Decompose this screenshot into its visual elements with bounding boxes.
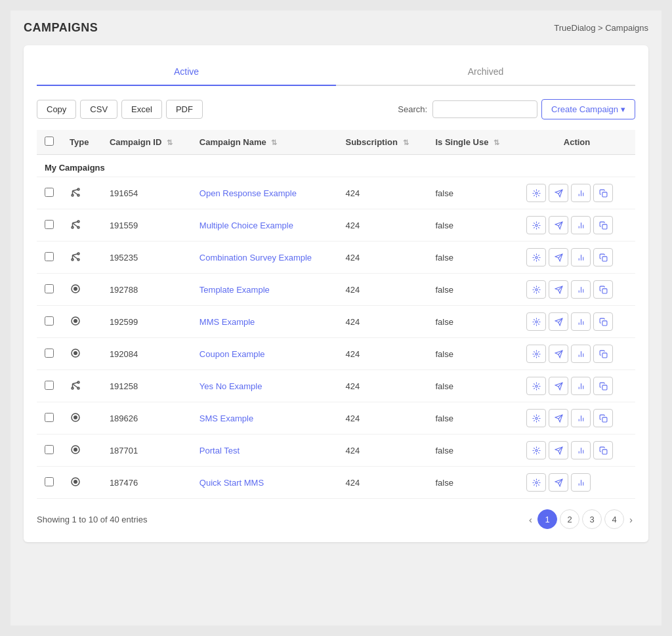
create-campaign-button[interactable]: Create Campaign ▾ (541, 99, 635, 119)
edit-button[interactable] (526, 441, 546, 459)
copy-row-button[interactable] (593, 280, 613, 299)
row-checkbox[interactable] (45, 188, 54, 197)
tab-archived[interactable]: Archived (336, 58, 635, 85)
row-checkbox-cell (37, 370, 62, 402)
copy-row-button[interactable] (593, 409, 613, 427)
campaign-name-link[interactable]: Portal Test (200, 446, 240, 456)
copy-row-button[interactable] (593, 184, 613, 202)
page-4-button[interactable]: 4 (604, 509, 624, 529)
pdf-button[interactable]: PDF (166, 100, 203, 119)
type-icon (70, 186, 81, 198)
campaign-name-link[interactable]: Yes No Example (200, 381, 262, 391)
campaign-name-link[interactable]: Multiple Choice Example (200, 221, 293, 230)
row-name-cell: Yes No Example (192, 370, 338, 402)
breadcrumb: TrueDialog > Campaigns (554, 23, 648, 33)
chart-button[interactable] (571, 248, 591, 266)
copy-row-button[interactable] (593, 216, 613, 234)
campaign-name-link[interactable]: Combination Survey Example (200, 253, 312, 263)
csv-button[interactable]: CSV (80, 100, 117, 119)
svg-rect-38 (602, 256, 606, 261)
chart-button[interactable] (571, 312, 591, 331)
campaign-name-link[interactable]: Open Response Example (200, 188, 297, 198)
page-2-button[interactable]: 2 (560, 509, 579, 529)
send-button[interactable] (549, 473, 568, 492)
svg-rect-96 (602, 449, 606, 454)
svg-rect-87 (602, 417, 606, 421)
action-buttons (526, 184, 627, 202)
sort-single-use-icon: ⇅ (494, 138, 499, 146)
row-name-cell: Open Response Example (192, 177, 338, 209)
row-checkbox[interactable] (45, 284, 54, 293)
copy-row-button[interactable] (593, 441, 613, 459)
search-input[interactable] (432, 100, 537, 118)
edit-button[interactable] (526, 216, 546, 234)
campaign-name-link[interactable]: Coupon Example (200, 349, 265, 359)
campaign-name-link[interactable]: SMS Example (200, 413, 253, 423)
row-checkbox[interactable] (45, 316, 54, 326)
chart-button[interactable] (571, 216, 591, 234)
edit-button[interactable] (526, 473, 546, 492)
chart-button[interactable] (571, 409, 591, 427)
page-1-button[interactable]: 1 (537, 509, 557, 529)
tab-active[interactable]: Active (37, 58, 336, 85)
send-button[interactable] (549, 280, 568, 299)
type-icon (70, 251, 81, 263)
row-checkbox[interactable] (45, 381, 54, 390)
send-button[interactable] (549, 409, 568, 427)
send-button[interactable] (549, 312, 568, 331)
chart-button[interactable] (571, 377, 591, 395)
chart-button[interactable] (571, 473, 591, 492)
edit-button[interactable] (526, 312, 546, 331)
row-checkbox[interactable] (45, 413, 54, 422)
page-3-button[interactable]: 3 (582, 509, 602, 529)
row-type-cell (62, 209, 102, 242)
sort-campaign-name-icon: ⇅ (271, 138, 277, 146)
edit-button[interactable] (526, 184, 546, 202)
edit-button[interactable] (526, 377, 546, 395)
chart-button[interactable] (571, 441, 591, 459)
row-subscription-cell: 424 (338, 467, 428, 499)
send-button[interactable] (549, 248, 568, 266)
edit-button[interactable] (526, 345, 546, 363)
edit-button[interactable] (526, 248, 546, 266)
copy-row-button[interactable] (593, 377, 613, 395)
chart-button[interactable] (571, 345, 591, 363)
edit-button[interactable] (526, 409, 546, 427)
row-id-cell: 191559 (102, 209, 192, 242)
send-button[interactable] (549, 345, 568, 363)
row-checkbox[interactable] (45, 477, 54, 486)
row-checkbox[interactable] (45, 445, 54, 454)
col-type: Type (62, 130, 102, 155)
main-card: Active Archived Copy CSV Excel PDF Searc… (24, 45, 648, 542)
copy-row-button[interactable] (593, 248, 613, 266)
select-all-checkbox[interactable] (45, 137, 54, 146)
type-icon (70, 379, 81, 391)
chart-button[interactable] (571, 280, 591, 299)
send-button[interactable] (549, 377, 568, 395)
excel-button[interactable]: Excel (121, 100, 162, 119)
svg-point-89 (74, 448, 77, 451)
chart-button[interactable] (571, 184, 591, 202)
row-action-cell (518, 467, 635, 499)
row-single-use-cell: false (427, 177, 518, 209)
tabs-bar: Active Archived (37, 58, 635, 86)
row-checkbox[interactable] (45, 349, 54, 358)
row-subscription-cell: 424 (338, 435, 428, 467)
copy-row-button[interactable] (593, 312, 613, 331)
campaign-name-link[interactable]: Quick Start MMS (200, 478, 264, 488)
edit-button[interactable] (526, 280, 546, 299)
send-button[interactable] (549, 216, 568, 234)
row-checkbox[interactable] (45, 252, 54, 261)
next-page-button[interactable]: › (627, 511, 635, 528)
send-button[interactable] (549, 441, 568, 459)
send-button[interactable] (549, 184, 568, 202)
row-type-cell (62, 274, 102, 306)
campaign-name-link[interactable]: Template Example (200, 285, 270, 295)
prev-page-button[interactable]: ‹ (526, 511, 535, 528)
copy-row-button[interactable] (593, 345, 613, 363)
copy-button[interactable]: Copy (37, 100, 76, 119)
campaign-name-link[interactable]: MMS Example (200, 317, 255, 327)
row-subscription-cell: 424 (338, 402, 428, 435)
row-checkbox-cell (37, 467, 62, 499)
row-checkbox[interactable] (45, 220, 54, 229)
